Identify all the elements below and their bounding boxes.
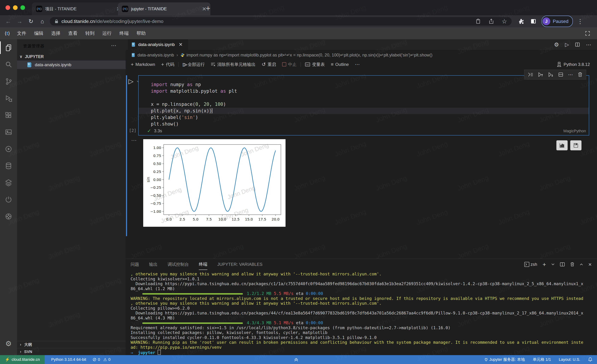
- split-terminal-icon[interactable]: [560, 262, 565, 267]
- layers-icon[interactable]: [0, 174, 17, 191]
- panel-tab[interactable]: 调试控制台: [168, 259, 189, 270]
- breadcrumb[interactable]: data-analysis.ipynb › import numpy as np…: [126, 50, 597, 60]
- home-icon[interactable]: ⌂: [37, 18, 48, 25]
- add-markdown-button[interactable]: +Markdown: [128, 62, 158, 67]
- reload-icon[interactable]: ↻: [25, 18, 37, 25]
- explorer-section-jupyter[interactable]: ∨ JUPYTER: [17, 53, 126, 61]
- explorer-icon[interactable]: [0, 39, 17, 56]
- restart-button[interactable]: ↺重启: [259, 62, 279, 67]
- breadcrumb-code-preview[interactable]: import numpy as np↵import matplotlib.pyp…: [186, 53, 432, 58]
- add-code-button[interactable]: +代码: [158, 62, 177, 67]
- expand-icon[interactable]: [585, 31, 590, 36]
- execute-cell-icon[interactable]: [528, 72, 533, 77]
- split-cell-icon[interactable]: [558, 72, 563, 77]
- media-preview-icon[interactable]: [0, 124, 17, 140]
- new-tab-button[interactable]: +: [206, 4, 210, 13]
- hub-icon[interactable]: [0, 208, 17, 225]
- terminal-output[interactable]: , otherwise you may silence this warning…: [131, 272, 597, 355]
- more-actions-icon[interactable]: ⋯: [586, 42, 591, 48]
- extensions-icon[interactable]: [0, 107, 17, 124]
- browser-tab-project[interactable]: ⟨t⟩ 项目 - TITANIDE ✕: [32, 2, 125, 15]
- bookmark-star-icon[interactable]: ☆: [502, 18, 507, 25]
- search-icon[interactable]: [0, 56, 17, 73]
- remote-indicator[interactable]: ⚡ cloud.titanide.cn: [0, 355, 45, 364]
- panel-tab[interactable]: 终端: [199, 259, 207, 270]
- outline-section[interactable]: › 大纲: [17, 341, 126, 348]
- window-zoom-button[interactable]: [20, 5, 25, 10]
- close-editor-tab-icon[interactable]: ✕: [179, 42, 183, 47]
- window-minimize-button[interactable]: [13, 5, 18, 10]
- run-editor-icon[interactable]: ▷: [565, 42, 569, 47]
- maximize-panel-icon[interactable]: [580, 263, 583, 265]
- open-plot-viewer-button[interactable]: [556, 140, 568, 150]
- power-icon[interactable]: [0, 191, 17, 208]
- interrupt-button[interactable]: 中止: [279, 62, 299, 67]
- notifications-bell-icon[interactable]: [588, 357, 592, 362]
- keyboard-layout-status[interactable]: Layout: U.S.: [559, 357, 580, 362]
- extensions-puzzle-icon[interactable]: [518, 18, 524, 24]
- problems-status[interactable]: 0 ⚠ 0: [93, 357, 110, 362]
- delete-cell-icon[interactable]: [578, 72, 582, 77]
- menu-item[interactable]: 文件: [13, 30, 30, 36]
- panel-tab[interactable]: 输出: [149, 259, 157, 270]
- cell-more-icon[interactable]: ⋯: [568, 72, 573, 77]
- kill-terminal-icon[interactable]: [570, 262, 574, 267]
- variables-button[interactable]: (x) 变量表: [302, 62, 328, 67]
- split-editor-icon[interactable]: [575, 42, 580, 47]
- toolbar-more-icon[interactable]: ⋯: [352, 62, 363, 67]
- new-terminal-icon[interactable]: +: [542, 261, 546, 268]
- panel-tab[interactable]: JUPYTER: VARIABLES: [217, 259, 262, 270]
- kernel-picker[interactable]: Python 3.8.12: [557, 60, 590, 69]
- menu-item[interactable]: 运行: [98, 30, 116, 36]
- clear-outputs-button[interactable]: 清除所有单元格输出: [208, 62, 259, 67]
- menu-item[interactable]: 终端: [116, 30, 133, 36]
- browser-tab-jupyter[interactable]: ⟨t⟩ jupyter - TITANIDE ✕: [118, 2, 210, 15]
- share-icon[interactable]: [489, 18, 494, 24]
- breadcrumb-file[interactable]: data-analysis.ipynb: [138, 53, 174, 58]
- terminal-dropdown-chevron-icon[interactable]: [551, 263, 555, 265]
- menu-item[interactable]: 选择: [47, 30, 64, 36]
- terminal-shell-selector[interactable]: zsh: [524, 262, 537, 267]
- watermark: John Deng: [579, 140, 597, 158]
- menu-item[interactable]: 编辑: [30, 30, 47, 36]
- settings-gear-icon[interactable]: ⚙: [0, 337, 17, 350]
- run-circle-icon[interactable]: [0, 140, 17, 157]
- editor-tab-notebook[interactable]: data-analysis.ipynb ✕: [128, 39, 188, 50]
- svn-section[interactable]: › SVN: [17, 348, 126, 355]
- clipboard-icon[interactable]: [475, 18, 481, 24]
- notebook-settings-gear-icon[interactable]: ⚙: [554, 41, 559, 48]
- panel-tab[interactable]: 问题: [131, 259, 139, 270]
- cell-language-label[interactable]: MagicPython: [563, 129, 586, 133]
- window-close-button[interactable]: [6, 5, 10, 10]
- plus-icon: +: [131, 62, 134, 67]
- run-debug-icon[interactable]: [0, 90, 17, 107]
- jupyter-server-status[interactable]: Jupyter 服务器: 本地: [484, 357, 525, 362]
- database-icon[interactable]: [0, 157, 17, 174]
- forward-icon[interactable]: →: [14, 18, 25, 25]
- run-all-button[interactable]: ▷▷ 全部运行: [180, 62, 208, 67]
- browser-menu-icon[interactable]: ⋮: [577, 18, 583, 25]
- back-icon[interactable]: ←: [2, 18, 14, 25]
- python-interpreter-status[interactable]: Python 3.10.4 64-bit: [51, 357, 86, 362]
- file-item-notebook[interactable]: data-analysis.ipynb: [17, 61, 126, 69]
- run-above-icon[interactable]: [538, 72, 543, 77]
- menu-item[interactable]: 转到: [81, 30, 98, 36]
- close-panel-icon[interactable]: ×: [588, 261, 592, 268]
- save-plot-button[interactable]: [570, 140, 581, 150]
- outline-button[interactable]: ≡Outline: [328, 62, 352, 67]
- code-editor[interactable]: import numpy as npimport matplotlib.pypl…: [139, 81, 589, 127]
- run-cell-button[interactable]: ▷: [128, 77, 134, 85]
- code-cell[interactable]: import numpy as npimport matplotlib.pypl…: [138, 75, 589, 135]
- cell-position-status[interactable]: 单元格 1/1: [533, 357, 551, 362]
- explorer-more-icon[interactable]: ⋯: [111, 42, 116, 48]
- output-more-icon[interactable]: ⋯: [131, 137, 137, 144]
- restore-panel-chevrons[interactable]: [293, 355, 299, 364]
- menu-item[interactable]: 查看: [64, 30, 81, 36]
- address-bar[interactable]: cloud.titanide.cn/ide/web/coding/jupyter…: [50, 17, 512, 26]
- run-below-icon[interactable]: [548, 72, 553, 77]
- menu-item[interactable]: 帮助: [133, 30, 149, 36]
- url-path: /ide/web/coding/jupyter/live-demo: [95, 19, 164, 24]
- profile-chip[interactable]: J Paused: [542, 16, 573, 27]
- side-panel-icon[interactable]: [530, 18, 537, 24]
- source-control-icon[interactable]: [0, 73, 17, 90]
